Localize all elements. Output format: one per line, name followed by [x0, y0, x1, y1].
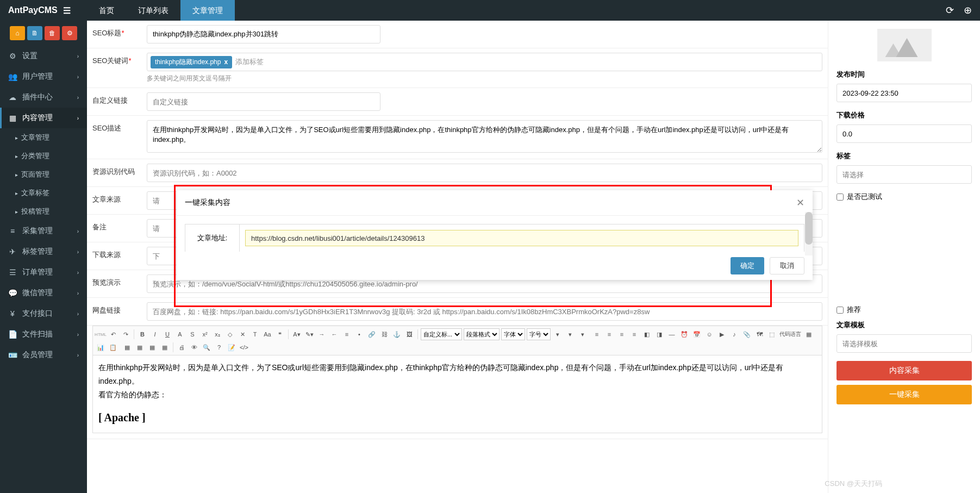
collect-modal: 一键采集内容 ✕ 文章地址: 确定 取消: [177, 190, 813, 280]
watermark: CSDN @天天打码: [825, 479, 882, 489]
modal-scrollbar[interactable]: [805, 212, 813, 255]
modal-cancel-button[interactable]: 取消: [770, 257, 804, 274]
modal-confirm-button[interactable]: 确定: [731, 257, 764, 274]
scrollbar-thumb[interactable]: [805, 212, 813, 245]
modal-table: 文章地址:: [185, 224, 804, 252]
modal-footer: 确定 取消: [177, 252, 813, 280]
modal-overlay: 一键采集内容 ✕ 文章地址: 确定 取消: [0, 0, 980, 493]
modal-header: 一键采集内容 ✕: [177, 190, 813, 216]
modal-body: 文章地址:: [177, 216, 813, 252]
modal-close-icon[interactable]: ✕: [796, 197, 804, 209]
modal-title: 一键采集内容: [185, 198, 230, 208]
modal-url-input[interactable]: [245, 230, 798, 246]
modal-url-label: 文章地址:: [185, 224, 240, 252]
